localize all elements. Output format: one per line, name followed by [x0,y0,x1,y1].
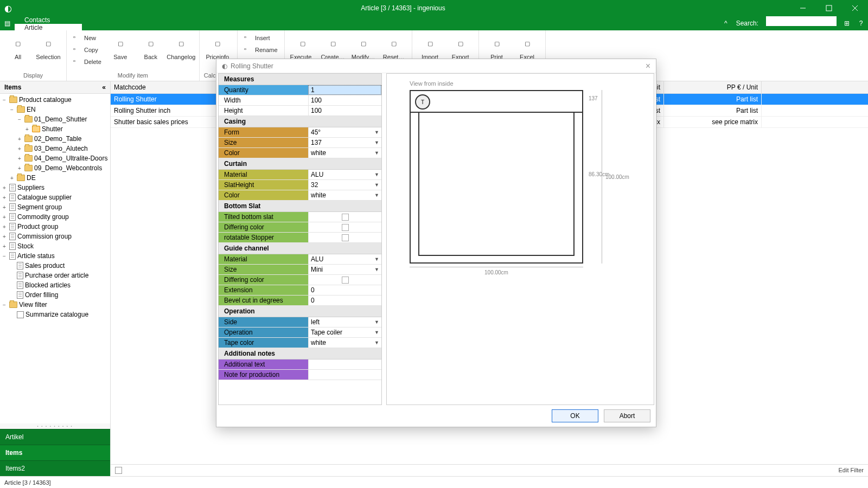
pg-value[interactable] [308,296,381,305]
ribbon-export[interactable]: ▢Export [447,33,474,62]
checkbox[interactable] [342,277,349,284]
pg-input[interactable] [311,255,374,263]
pg-input[interactable] [311,329,374,336]
pg-row[interactable]: Material▼ [219,254,381,265]
dialog-close-icon[interactable]: × [646,61,650,71]
dropdown-icon[interactable]: ▼ [374,140,379,145]
pg-input[interactable] [311,107,379,114]
pg-row[interactable]: SlatHeight▼ [219,180,381,190]
pg-row[interactable]: Form▼ [219,127,381,138]
toolbar-icon[interactable]: ⊞ [840,16,854,30]
pg-row[interactable]: rotatable Stopper [219,233,381,243]
pg-input[interactable] [311,266,374,273]
pg-input[interactable] [311,97,379,104]
tree-node[interactable]: Summarize catalogue [0,310,110,319]
bottom-tab-items2[interactable]: Items2 [0,460,110,476]
property-grid[interactable]: MeasuresQuantityWidthHeightCasingForm▼Si… [218,73,382,405]
pg-value[interactable]: ▼ [308,328,381,337]
pg-row[interactable]: Note for production [219,370,381,380]
pg-row[interactable]: Size▼ [219,265,381,275]
pg-row[interactable]: Color▼ [219,190,381,201]
tree-node[interactable]: +04_Demo_Ultralite-Doors [0,153,110,163]
tree-node[interactable]: −EN [0,105,110,114]
tree-node[interactable]: +DE [0,173,110,183]
ribbon-delete[interactable]: ▫Delete [71,56,104,67]
ribbon-changelog[interactable]: ▢Changelog [168,33,195,67]
ribbon-insert[interactable]: ▫Insert [242,33,280,43]
minimize-button[interactable] [790,0,816,16]
tree-node[interactable]: +Segment group [0,202,110,212]
pg-value[interactable]: ▼ [308,338,381,348]
checkbox[interactable] [342,214,349,221]
menu-tab-contacts[interactable]: Contacts [15,16,82,24]
dropdown-icon[interactable]: ▼ [374,172,379,177]
pg-row[interactable]: Side▼ [219,317,381,328]
pg-row[interactable]: Additional text [219,359,381,370]
pg-value[interactable]: ▼ [308,127,381,137]
pg-value[interactable]: ▼ [308,317,381,327]
dropdown-icon[interactable]: ▼ [374,267,379,272]
pg-row[interactable]: Differing color [219,222,381,233]
pg-row[interactable]: Differing color [219,275,381,285]
pg-row[interactable]: Height [219,106,381,116]
ribbon-excel[interactable]: ▢Excel [514,33,541,62]
tree-node[interactable]: +09_Demo_Webcontrols [0,163,110,173]
pg-value[interactable]: ▼ [308,190,381,200]
ok-button[interactable]: OK [552,409,598,422]
pg-row[interactable]: Bevel cut in degrees [219,296,381,306]
dropdown-icon[interactable]: ▼ [374,192,379,198]
tree-node[interactable]: +Shutter [0,124,110,134]
pg-row[interactable]: Size▼ [219,138,381,148]
pg-value[interactable]: ▼ [308,265,381,274]
pg-value[interactable]: ▼ [308,180,381,190]
close-button[interactable] [842,0,868,16]
pg-input[interactable] [311,361,379,368]
maximize-button[interactable] [816,0,842,16]
pg-input[interactable] [311,318,374,326]
pg-input[interactable] [311,181,374,189]
pg-input[interactable] [311,129,374,136]
footer-checkbox[interactable] [115,467,122,474]
tree-node[interactable]: +02_Demo_Table [0,134,110,144]
ribbon-new[interactable]: ▫New [71,33,104,43]
checkbox[interactable] [342,234,349,241]
pg-input[interactable] [311,171,374,178]
pg-row[interactable]: Operation▼ [219,328,381,338]
ribbon-copy[interactable]: ▫Copy [71,44,104,55]
pg-input[interactable] [311,149,374,157]
dropdown-icon[interactable]: ▼ [374,319,379,325]
dropdown-icon[interactable]: ▼ [374,130,379,135]
tree-node[interactable]: +Commodity group [0,212,110,222]
pg-input[interactable] [311,371,379,378]
help-icon[interactable]: ? [854,16,868,30]
tree-node[interactable]: +03_Demo_Alutech [0,144,110,153]
pg-row[interactable]: Material▼ [219,170,381,180]
ribbon-toggle-icon[interactable]: ^ [720,16,732,30]
pg-value[interactable]: ▼ [308,138,381,147]
column-header[interactable]: PP € / Unit [664,81,762,93]
bottom-tab-items[interactable]: Items [0,445,110,460]
ribbon-import[interactable]: ▢Import [417,33,444,62]
tree-node[interactable]: +Suppliers [0,183,110,192]
ribbon-save[interactable]: ▢Save [107,33,134,67]
pg-row[interactable]: Color▼ [219,148,381,158]
pg-value[interactable] [308,85,381,95]
app-menu-icon[interactable]: ▤ [0,16,15,30]
pg-row[interactable]: Tilted bottom slat [219,212,381,222]
pg-row[interactable]: Extension [219,285,381,296]
edit-filter-link[interactable]: Edit Filter [839,467,864,474]
pg-value[interactable] [308,233,381,242]
dropdown-icon[interactable]: ▼ [374,256,379,262]
ribbon-back[interactable]: ▢Back [137,33,164,67]
dropdown-icon[interactable]: ▼ [374,150,379,156]
pg-row[interactable]: Width [219,95,381,106]
pg-input[interactable] [311,286,379,294]
pg-value[interactable]: ▼ [308,254,381,264]
tree-node[interactable]: −Product catalogue [0,95,110,105]
bottom-tab-artikel[interactable]: Artikel [0,429,110,445]
pg-value[interactable] [308,222,381,232]
pg-value[interactable] [308,212,381,222]
dropdown-icon[interactable]: ▼ [374,340,379,345]
tree-node[interactable]: +Catalogue supplier [0,192,110,202]
pg-value[interactable] [308,285,381,295]
